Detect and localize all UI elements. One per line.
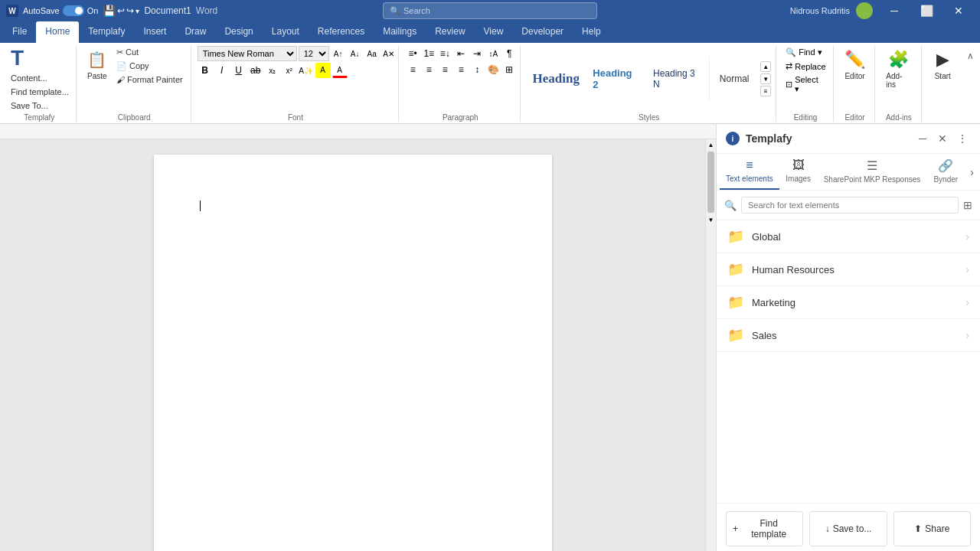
tab-layout[interactable]: Layout xyxy=(263,21,309,43)
close-btn[interactable]: ✕ xyxy=(943,0,974,21)
cut-btn[interactable]: ✂ Cut xyxy=(113,46,186,59)
paste-btn[interactable]: 📋 Paste xyxy=(83,46,112,83)
scroll-up-btn[interactable]: ▲ xyxy=(706,139,716,150)
tab-sharepoint[interactable]: ☰ SharePoint MKP Responses xyxy=(818,154,927,190)
redo-btn[interactable]: ↪ xyxy=(126,5,134,16)
borders-btn[interactable]: ⊞ xyxy=(501,62,517,77)
templafy-T-btn[interactable]: T xyxy=(8,46,27,70)
panel-close-btn[interactable]: ✕ xyxy=(934,130,951,147)
undo-btn[interactable]: ↩ xyxy=(117,5,125,16)
folder-item-sales[interactable]: 📁 Sales › xyxy=(717,319,980,352)
shading-btn[interactable]: 🎨 xyxy=(485,62,501,77)
addins-btn[interactable]: 🧩 Add-ins xyxy=(881,46,916,92)
style-normal[interactable]: Normal xyxy=(711,56,757,102)
style-heading1[interactable]: Heading xyxy=(527,56,585,102)
numbering-btn[interactable]: 1≡ xyxy=(421,46,436,61)
panel-filter-btn[interactable]: ⊞ xyxy=(963,199,972,211)
save-to-btn[interactable]: Save To... xyxy=(8,99,51,112)
tab-developer[interactable]: Developer xyxy=(512,21,573,43)
tab-file[interactable]: File xyxy=(3,21,36,43)
tab-images[interactable]: 🖼 Images xyxy=(779,154,818,190)
change-case-btn[interactable]: Aa xyxy=(364,46,380,61)
tab-references[interactable]: References xyxy=(309,21,374,43)
clear-format-btn[interactable]: A✕ xyxy=(381,46,397,61)
scroll-down-btn[interactable]: ▼ xyxy=(706,214,716,225)
restore-btn[interactable]: ⬜ xyxy=(911,0,942,21)
text-effects-btn[interactable]: A✨ xyxy=(299,63,314,78)
decrease-indent-btn[interactable]: ⇤ xyxy=(453,46,469,61)
share-footer-btn[interactable]: ⬆ Share xyxy=(893,511,971,546)
cursor-area[interactable] xyxy=(200,201,506,214)
vertical-scrollbar[interactable]: ▲ ▼ xyxy=(705,139,716,551)
find-template-btn[interactable]: Find template... xyxy=(8,86,72,98)
font-family-select[interactable]: Times New Roman xyxy=(198,46,297,61)
panel-more-btn[interactable]: ⋮ xyxy=(954,130,971,147)
tab-review[interactable]: Review xyxy=(426,21,474,43)
folder-item-marketing[interactable]: 📁 Marketing › xyxy=(717,286,980,319)
start-btn[interactable]: ▶ Start xyxy=(928,46,958,83)
underline-btn[interactable]: U xyxy=(231,63,247,78)
editor-btn[interactable]: ✏️ Editor xyxy=(840,46,870,83)
bullets-btn[interactable]: ≡• xyxy=(405,46,420,61)
align-right-btn[interactable]: ≡ xyxy=(437,62,452,77)
tab-text-elements[interactable]: ≡ Text elements xyxy=(720,154,779,190)
copy-btn[interactable]: 📄 Copy xyxy=(113,60,186,73)
font-size-select[interactable]: 12 xyxy=(299,46,329,61)
panel-search-input[interactable] xyxy=(741,197,959,214)
select-btn[interactable]: ⊡ Select ▾ xyxy=(782,73,828,96)
style-heading2[interactable]: Heading 2 xyxy=(586,56,645,102)
styles-expand[interactable]: ≡ xyxy=(760,86,771,96)
doc-page[interactable] xyxy=(154,155,552,551)
italic-btn[interactable]: I xyxy=(214,63,230,78)
multilevel-btn[interactable]: ≡↓ xyxy=(437,46,452,61)
scroll-thumb[interactable] xyxy=(707,152,714,213)
sort-btn[interactable]: ↕A xyxy=(485,46,501,61)
titlebar-search[interactable]: 🔍 xyxy=(383,2,597,19)
tab-help[interactable]: Help xyxy=(573,21,610,43)
subscript-btn[interactable]: x₂ xyxy=(265,63,280,78)
styles-scroll-up[interactable]: ▲ xyxy=(760,61,771,72)
panel-nav-arrow[interactable]: › xyxy=(967,163,977,181)
panel-info-icon[interactable]: i xyxy=(726,132,740,145)
user-avatar[interactable] xyxy=(856,2,873,19)
panel-minimize-btn[interactable]: ─ xyxy=(914,130,931,147)
minimize-btn[interactable]: ─ xyxy=(879,0,910,21)
folder-item-hr[interactable]: 📁 Human Resources › xyxy=(717,253,980,286)
style-heading3[interactable]: Heading 3 N xyxy=(647,56,710,102)
tab-mailings[interactable]: Mailings xyxy=(374,21,426,43)
align-center-btn[interactable]: ≡ xyxy=(421,62,436,77)
bold-btn[interactable]: B xyxy=(198,63,213,78)
find-template-footer-btn[interactable]: + Find template xyxy=(726,511,803,546)
strikethrough-btn[interactable]: ab xyxy=(248,63,263,78)
save-to-footer-btn[interactable]: ↓ Save to... xyxy=(809,511,887,546)
superscript-btn[interactable]: x² xyxy=(282,63,297,78)
justify-btn[interactable]: ≡ xyxy=(453,62,469,77)
tab-home[interactable]: Home xyxy=(36,21,79,43)
doc-area[interactable] xyxy=(0,139,705,551)
tab-view[interactable]: View xyxy=(475,21,513,43)
tab-design[interactable]: Design xyxy=(215,21,262,43)
align-left-btn[interactable]: ≡ xyxy=(405,62,420,77)
show-marks-btn[interactable]: ¶ xyxy=(501,46,517,61)
more-btn[interactable]: ▾ xyxy=(136,7,139,15)
font-color-btn[interactable]: A xyxy=(332,63,348,78)
content-btn[interactable]: Content... xyxy=(8,72,51,84)
highlight-btn[interactable]: A xyxy=(315,63,331,78)
tab-draw[interactable]: Draw xyxy=(175,21,215,43)
save-btn[interactable]: 💾 xyxy=(103,5,116,17)
ribbon-collapse-btn[interactable]: ∧ xyxy=(964,49,977,63)
folder-item-global[interactable]: 📁 Global › xyxy=(717,220,980,253)
format-painter-btn[interactable]: 🖌 Format Painter xyxy=(113,73,186,86)
line-spacing-btn[interactable]: ↕ xyxy=(469,62,485,77)
styles-scroll-down[interactable]: ▼ xyxy=(760,73,771,84)
search-input[interactable] xyxy=(403,6,590,15)
increase-font-btn[interactable]: A↑ xyxy=(331,46,346,61)
autosave-toggle[interactable] xyxy=(63,5,84,16)
replace-btn[interactable]: ⇄ Replace xyxy=(782,60,828,73)
tab-bynder[interactable]: 🔗 Bynder xyxy=(926,154,965,190)
find-btn[interactable]: 🔍 Find ▾ xyxy=(782,46,825,59)
decrease-font-btn[interactable]: A↓ xyxy=(348,46,363,61)
increase-indent-btn[interactable]: ⇥ xyxy=(469,46,485,61)
tab-templafy[interactable]: Templafy xyxy=(79,21,134,43)
tab-insert[interactable]: Insert xyxy=(134,21,175,43)
